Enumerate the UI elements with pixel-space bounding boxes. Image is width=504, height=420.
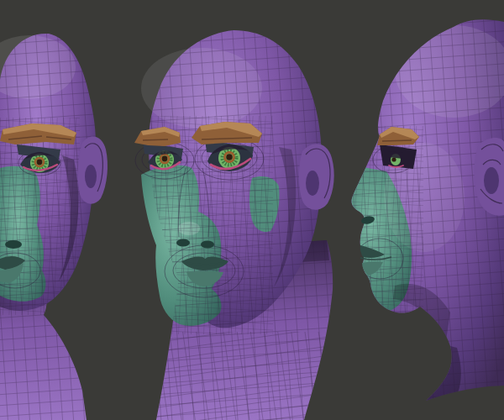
ear-canal [484, 167, 499, 194]
wireframe-neck [156, 332, 334, 420]
pupil [226, 154, 233, 160]
3d-render [0, 0, 504, 420]
nostril-shadow [5, 240, 22, 249]
ear-canal [85, 165, 97, 188]
nostril-shadow [176, 239, 190, 247]
ear-canal [306, 171, 319, 196]
pupil [391, 157, 396, 161]
pupil [37, 160, 43, 165]
pupil [162, 156, 168, 162]
render-viewport [0, 0, 504, 420]
nostril-shadow [201, 241, 214, 249]
